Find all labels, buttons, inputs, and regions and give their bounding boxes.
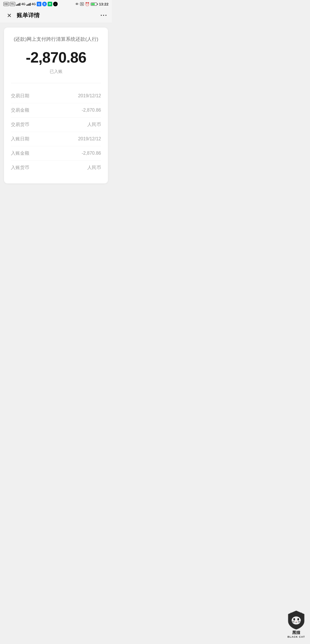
detail-row-credit-currency: 入账货币 人民币 bbox=[11, 161, 101, 175]
nav-bar: ✕ 账单详情 ··· bbox=[0, 8, 112, 23]
label-trade-currency: 交易货币 bbox=[11, 122, 29, 128]
app-icon-alipay: 支 bbox=[42, 2, 47, 6]
app-icon-qq: Q bbox=[37, 2, 41, 6]
detail-row-trade-date: 交易日期 2019/12/12 bbox=[11, 89, 101, 103]
signal-bar-2 bbox=[17, 4, 18, 6]
status-left: HD HD₂ 4G 4G Q 支 ✉ ♪ bbox=[3, 2, 58, 6]
value-credit-currency: 人民币 bbox=[87, 165, 101, 171]
value-trade-currency: 人民币 bbox=[87, 122, 101, 128]
status-bar: HD HD₂ 4G 4G Q 支 ✉ ♪ 👁 N ⏰ 13:22 bbox=[0, 0, 112, 8]
page-title: 账单详情 bbox=[17, 11, 40, 19]
signal-bar-4 bbox=[20, 3, 20, 6]
transaction-amount: -2,870.86 bbox=[11, 49, 101, 66]
signal-bar2-2 bbox=[28, 4, 28, 6]
signal-bar-3 bbox=[18, 3, 19, 6]
card-divider bbox=[11, 83, 101, 83]
main-content: (还款)网上支付跨行清算系统还款(人行) -2,870.86 已入账 交易日期 … bbox=[0, 23, 112, 232]
label-credit-date: 入账日期 bbox=[11, 136, 29, 142]
status-right: 👁 N ⏰ 13:22 bbox=[75, 2, 108, 6]
signal-bar2-3 bbox=[29, 3, 30, 6]
value-credit-amount: -2,870.86 bbox=[82, 151, 101, 156]
label-credit-currency: 入账货币 bbox=[11, 165, 29, 171]
app-icon-wechat: ✉ bbox=[48, 2, 52, 6]
label-credit-amount: 入账金额 bbox=[11, 150, 29, 156]
signal-bar2-1 bbox=[26, 5, 27, 6]
value-trade-amount: -2,870.86 bbox=[82, 108, 101, 113]
transaction-status: 已入账 bbox=[11, 69, 101, 74]
battery-icon bbox=[91, 3, 98, 6]
signal-bars bbox=[16, 2, 20, 6]
app-icon-tiktok: ♪ bbox=[53, 2, 58, 6]
network-type: 4G bbox=[21, 2, 26, 6]
detail-row-credit-amount: 入账金额 -2,870.86 bbox=[11, 146, 101, 161]
value-credit-date: 2019/12/12 bbox=[78, 136, 101, 141]
transaction-card: (还款)网上支付跨行清算系统还款(人行) -2,870.86 已入账 交易日期 … bbox=[4, 28, 108, 183]
eye-icon: 👁 bbox=[75, 2, 79, 6]
detail-row-trade-currency: 交易货币 人民币 bbox=[11, 118, 101, 132]
close-button[interactable]: ✕ bbox=[5, 11, 14, 20]
signal-bars-2 bbox=[26, 2, 31, 6]
label-trade-amount: 交易金额 bbox=[11, 107, 29, 113]
value-trade-date: 2019/12/12 bbox=[78, 93, 101, 98]
nfc-icon: N bbox=[80, 2, 84, 6]
transaction-title: (还款)网上支付跨行清算系统还款(人行) bbox=[11, 36, 101, 43]
close-icon: ✕ bbox=[7, 12, 12, 19]
network-type-2: 4G bbox=[32, 2, 36, 6]
time-display: 13:22 bbox=[99, 2, 108, 6]
alarm-icon: ⏰ bbox=[85, 2, 90, 6]
detail-rows: 交易日期 2019/12/12 交易金额 -2,870.86 交易货币 人民币 … bbox=[11, 89, 101, 175]
nav-left: ✕ 账单详情 bbox=[5, 11, 40, 20]
signal-bar2-4 bbox=[30, 3, 31, 6]
hd-label: HD bbox=[3, 2, 9, 6]
label-trade-date: 交易日期 bbox=[11, 93, 29, 99]
hd2-label: HD₂ bbox=[10, 2, 15, 6]
detail-row-credit-date: 入账日期 2019/12/12 bbox=[11, 132, 101, 146]
detail-row-trade-amount: 交易金额 -2,870.86 bbox=[11, 103, 101, 118]
more-button[interactable]: ··· bbox=[100, 12, 107, 19]
signal-bar-1 bbox=[16, 5, 17, 6]
